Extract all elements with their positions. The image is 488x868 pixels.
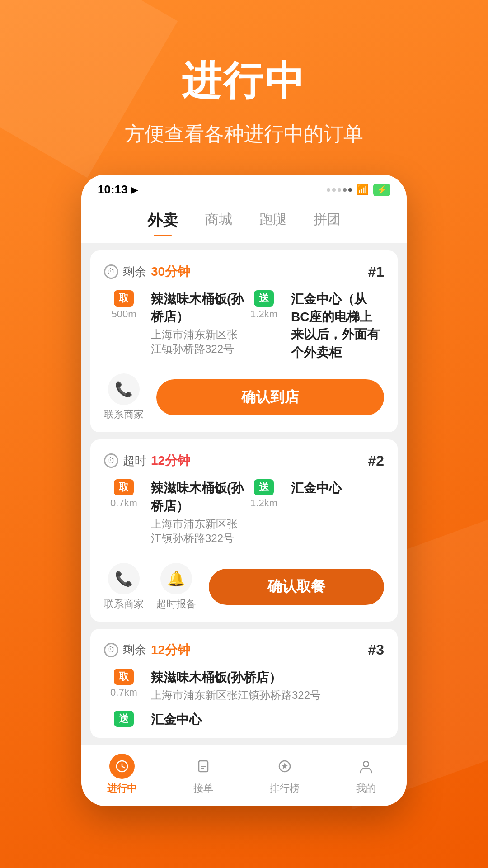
phone-icon-1: 📞 bbox=[108, 373, 140, 405]
svg-point-6 bbox=[363, 761, 369, 767]
nav-label-jiedan: 接单 bbox=[193, 782, 213, 795]
battery-icon: ⚡ bbox=[373, 184, 390, 196]
contact-label-2: 联系商家 bbox=[104, 597, 144, 611]
pickup-badge-3: 取 bbox=[114, 669, 134, 685]
deliver-dist-1: 1.2km bbox=[250, 308, 277, 320]
pickup-left-1: 取 500m bbox=[104, 290, 144, 356]
pickup-name-2: 辣滋味木桶饭(孙桥店） bbox=[151, 479, 244, 514]
phone-mockup: 10:13 ▶ 📶 ⚡ 外卖 商城 跑腿 拼团 bbox=[81, 175, 407, 806]
route-2: 取 0.7km 辣滋味木桶饭(孙桥店） 上海市浦东新区张江镇孙桥路322号 送 … bbox=[104, 479, 384, 553]
bell-icon-2: 🔔 bbox=[160, 563, 192, 594]
contact-label-1: 联系商家 bbox=[104, 408, 144, 421]
alert-label-2: 超时报备 bbox=[156, 597, 196, 611]
tab-bar: 外卖 商城 跑腿 拼团 bbox=[81, 201, 407, 243]
time-display: 10:13 bbox=[98, 183, 128, 197]
deliver-badge-2: 送 bbox=[254, 479, 274, 495]
order-number-3: #3 bbox=[368, 642, 384, 658]
order-timer-3: ⏱ 剩余 12分钟 bbox=[104, 642, 190, 659]
order-card-1: ⏱ 剩余 30分钟 #1 取 500m 辣滋味木桶饭(孙桥店） bbox=[90, 250, 398, 432]
bottom-nav: 进行中 接单 bbox=[81, 745, 407, 806]
pickup-name-1: 辣滋味木桶饭(孙桥店） bbox=[151, 290, 244, 326]
deliver-name-2: 汇金中心 bbox=[291, 479, 384, 497]
timer-value-1: 30分钟 bbox=[151, 263, 190, 280]
contact-merchant-btn-1[interactable]: 📞 联系商家 bbox=[104, 373, 144, 421]
order-header-3: ⏱ 剩余 12分钟 #3 bbox=[104, 642, 384, 659]
order-timer-2: ⏱ 超时 12分钟 bbox=[104, 452, 190, 469]
pickup-name-3: 辣滋味木桶饭(孙桥店） bbox=[151, 669, 384, 686]
pickup-dist-1: 500m bbox=[111, 308, 136, 320]
nav-label-mine: 我的 bbox=[356, 782, 376, 795]
timer-prefix-3: 剩余 bbox=[123, 642, 146, 658]
nav-icon-ongoing bbox=[109, 754, 135, 779]
pickup-badge-1: 取 bbox=[114, 290, 134, 307]
action-row-2: 📞 联系商家 🔔 超时报备 确认取餐 bbox=[104, 563, 384, 611]
wifi-icon: 📶 bbox=[357, 184, 369, 196]
deliver-left-2: 送 1.2km bbox=[244, 479, 284, 553]
order-number-2: #2 bbox=[368, 453, 384, 469]
location-icon: ▶ bbox=[131, 184, 137, 195]
pickup-dist-2: 0.7km bbox=[110, 497, 137, 509]
nav-item-jiedan[interactable]: 接单 bbox=[176, 754, 230, 795]
hero-subtitle: 方便查看各种进行中的订单 bbox=[125, 121, 363, 147]
nav-icon-ranking bbox=[272, 754, 297, 779]
timer-prefix-1: 剩余 bbox=[123, 264, 146, 280]
phone-icon-2: 📞 bbox=[108, 563, 140, 594]
contact-merchant-btn-2[interactable]: 📞 联系商家 bbox=[104, 563, 144, 611]
order-card-3: ⏱ 剩余 12分钟 #3 取 0.7km 辣滋味木桶饭(孙桥店） 上海市浦东新区… bbox=[90, 629, 398, 738]
order-card-2: ⏱ 超时 12分钟 #2 取 0.7km 辣滋味木桶饭(孙桥店） bbox=[90, 439, 398, 621]
tab-pintuan[interactable]: 拼团 bbox=[314, 210, 341, 236]
order-header-1: ⏱ 剩余 30分钟 #1 bbox=[104, 263, 384, 280]
alert-btn-2[interactable]: 🔔 超时报备 bbox=[156, 563, 196, 611]
tab-paotui[interactable]: 跑腿 bbox=[259, 210, 286, 236]
signal-dots bbox=[327, 188, 352, 192]
timer-icon-1: ⏱ bbox=[104, 264, 118, 279]
deliver-badge-1: 送 bbox=[254, 290, 274, 307]
nav-icon-jiedan bbox=[191, 754, 216, 779]
deliver-badge-3: 送 bbox=[114, 711, 134, 727]
nav-item-ongoing[interactable]: 进行中 bbox=[95, 754, 149, 795]
pickup-badge-2: 取 bbox=[114, 479, 134, 495]
confirm-pickup-btn-2[interactable]: 确认取餐 bbox=[209, 569, 384, 605]
order-number-1: #1 bbox=[368, 264, 384, 280]
deliver-name-3: 汇金中心 bbox=[151, 711, 384, 728]
tab-waimai[interactable]: 外卖 bbox=[147, 210, 178, 236]
deliver-left-3: 送 bbox=[104, 711, 144, 729]
deliver-left-1: 送 1.2km bbox=[244, 290, 284, 364]
pickup-addr-2: 上海市浦东新区张江镇孙桥路322号 bbox=[151, 517, 244, 546]
pickup-addr-3: 上海市浦东新区张江镇孙桥路322号 bbox=[151, 688, 384, 703]
nav-label-ongoing: 进行中 bbox=[107, 782, 137, 795]
status-time: 10:13 ▶ bbox=[98, 183, 137, 197]
timer-value-3: 12分钟 bbox=[151, 642, 190, 659]
order-header-2: ⏱ 超时 12分钟 #2 bbox=[104, 452, 384, 469]
timer-value-2: 12分钟 bbox=[151, 452, 190, 469]
pickup-left-2: 取 0.7km bbox=[104, 479, 144, 545]
status-icons: 📶 ⚡ bbox=[327, 184, 390, 196]
pickup-addr-1: 上海市浦东新区张江镇孙桥路322号 bbox=[151, 327, 244, 356]
action-row-1: 📞 联系商家 确认到店 bbox=[104, 373, 384, 421]
order-timer-1: ⏱ 剩余 30分钟 bbox=[104, 263, 190, 280]
nav-icon-mine bbox=[353, 754, 379, 779]
nav-item-ranking[interactable]: 排行榜 bbox=[258, 754, 312, 795]
timer-prefix-2: 超时 bbox=[123, 453, 146, 469]
hero-title: 进行中 bbox=[182, 54, 306, 108]
status-bar: 10:13 ▶ 📶 ⚡ bbox=[81, 175, 407, 201]
orders-list: ⏱ 剩余 30分钟 #1 取 500m 辣滋味木桶饭(孙桥店） bbox=[81, 243, 407, 745]
route-1: 取 500m 辣滋味木桶饭(孙桥店） 上海市浦东新区张江镇孙桥路322号 送 1… bbox=[104, 290, 384, 364]
timer-icon-2: ⏱ bbox=[104, 453, 118, 468]
pickup-dist-3: 0.7km bbox=[110, 687, 137, 698]
nav-item-mine[interactable]: 我的 bbox=[339, 754, 393, 795]
confirm-arrive-btn-1[interactable]: 确认到店 bbox=[156, 379, 384, 415]
deliver-dist-2: 1.2km bbox=[250, 497, 277, 509]
nav-label-ranking: 排行榜 bbox=[270, 782, 300, 795]
pickup-left-3: 取 0.7km bbox=[104, 669, 144, 703]
tab-shangcheng[interactable]: 商城 bbox=[205, 210, 232, 236]
timer-icon-3: ⏱ bbox=[104, 643, 118, 657]
deliver-name-1: 汇金中心（从BC座的电梯上来以后，外面有个外卖柜 bbox=[291, 290, 384, 361]
